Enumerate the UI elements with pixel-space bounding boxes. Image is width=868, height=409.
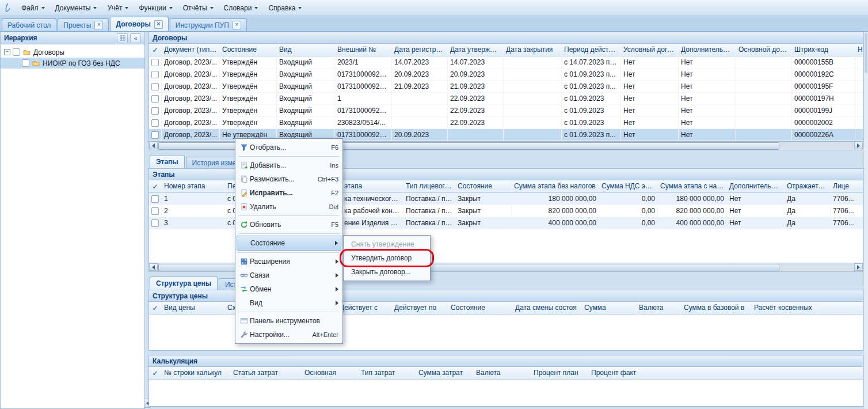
grid-view-icon[interactable] <box>117 33 128 43</box>
row-checkbox[interactable] <box>151 83 159 90</box>
section-tab[interactable]: Структура цены <box>150 277 218 290</box>
context-menu-item[interactable]: Исправить...F2 <box>237 186 341 200</box>
table-row[interactable]: Договор, 2023/...УтверждёнВходящий230823… <box>149 117 863 129</box>
column-header[interactable]: Валюта <box>474 367 531 380</box>
document-tab[interactable]: Рабочий стол <box>2 18 56 31</box>
row-checkbox[interactable] <box>151 95 159 103</box>
menubar-item[interactable]: Справка <box>263 2 307 14</box>
tree-checkbox[interactable] <box>22 59 29 67</box>
scroll-left-button[interactable] <box>149 142 158 149</box>
context-menu-item[interactable]: Размножить...Ctrl+F3 <box>237 172 341 186</box>
column-header[interactable]: Состояние <box>220 44 277 56</box>
check-column-header[interactable]: ✓ <box>149 367 162 380</box>
column-header[interactable]: Вид <box>277 44 335 56</box>
column-header[interactable]: Процент факт <box>589 367 646 380</box>
close-tab-icon[interactable]: × <box>94 21 103 29</box>
column-header[interactable]: Процент план <box>531 367 589 380</box>
column-header[interactable]: Сумма в базовой в <box>682 302 752 315</box>
column-header[interactable]: Дата регистрации <box>392 44 448 56</box>
close-tab-icon[interactable]: × <box>233 21 241 29</box>
row-checkbox[interactable] <box>151 207 159 215</box>
menubar-item[interactable]: Функции <box>134 2 177 14</box>
table-row[interactable]: Договор, 2023/...УтверждёнВходящий2023/1… <box>149 56 863 69</box>
scroll-left-button[interactable] <box>149 263 158 271</box>
scroll-right-button[interactable] <box>854 142 863 149</box>
column-header[interactable]: Состояние <box>455 180 512 193</box>
column-header[interactable]: Расчёт косвенных <box>752 302 818 315</box>
check-column-header[interactable]: ✓ <box>149 302 162 315</box>
check-column-header[interactable]: ✓ <box>149 44 162 56</box>
tree-node[interactable]: −Договоры <box>1 47 144 58</box>
table-row[interactable]: Договор, 2023/...УтверждёнВходящий122.09… <box>149 93 863 105</box>
tree-expander-icon[interactable]: − <box>4 49 10 55</box>
row-checkbox[interactable] <box>151 71 159 78</box>
collapse-panel-icon[interactable]: « <box>130 33 141 43</box>
check-column-header[interactable]: ✓ <box>149 180 162 193</box>
row-checkbox[interactable] <box>151 219 159 227</box>
column-header[interactable]: Действует по <box>392 302 448 315</box>
column-header[interactable]: Сумма затрат <box>416 367 474 380</box>
context-menu-item[interactable]: Связи <box>237 268 341 282</box>
column-header[interactable]: Штрих-код <box>792 44 855 56</box>
column-header[interactable]: Сумма НДС этапа <box>599 180 658 193</box>
column-header[interactable]: Статья затрат <box>231 367 302 380</box>
scrollbar-thumb[interactable] <box>865 33 867 73</box>
column-header[interactable]: Дата закрытия <box>504 44 562 56</box>
row-checkbox[interactable] <box>151 107 159 115</box>
table-row[interactable]: Договор, 2023/...УтверждёнВходящий017310… <box>149 105 863 117</box>
context-menu-item[interactable]: УдалитьDel <box>237 200 341 214</box>
context-menu-item[interactable]: Добавить...Ins <box>237 158 341 172</box>
column-header[interactable]: Дата смены состоя <box>513 302 582 315</box>
menubar-item[interactable]: Отчёты <box>178 2 219 14</box>
column-header[interactable]: Основной договор <box>736 44 792 56</box>
column-header[interactable]: Тип лицевого счёт <box>403 180 455 193</box>
context-menu-item[interactable]: Отобрать...F6 <box>237 141 341 154</box>
column-header[interactable]: Валюта <box>637 302 682 315</box>
submenu-item[interactable]: Закрыть договор... <box>345 265 429 279</box>
menubar-item[interactable]: Документы <box>50 2 102 14</box>
table-row[interactable]: Договор, 2023/...УтверждёнВходящий017310… <box>149 69 863 81</box>
row-checkbox[interactable] <box>151 119 159 127</box>
column-header[interactable]: Состояние <box>448 302 513 315</box>
column-header[interactable]: Лице <box>831 180 863 193</box>
column-header[interactable]: Нало <box>855 44 863 56</box>
column-header[interactable]: Тип затрат <box>359 367 416 380</box>
annotated-menu-item[interactable]: Утвердить договор <box>345 251 429 265</box>
table-row[interactable]: Договор, 2023/...УтверждёнВходящий017310… <box>149 81 863 93</box>
context-menu-item[interactable]: Состояние <box>237 236 341 251</box>
column-header[interactable]: Дата утверждения <box>448 44 504 56</box>
row-checkbox[interactable] <box>151 195 159 203</box>
column-header[interactable]: Сумма этапа без налогов <box>512 180 599 193</box>
main-vscrollbar[interactable] <box>863 32 868 409</box>
column-header[interactable]: Дополнительное с <box>679 44 736 56</box>
tree-checkbox[interactable] <box>13 48 20 56</box>
document-tab[interactable]: Инструкции ПУП× <box>170 18 247 31</box>
context-menu-item[interactable]: Обмен <box>237 282 341 296</box>
context-menu-item[interactable]: Расширения <box>237 255 341 268</box>
column-header[interactable]: Основная <box>302 367 359 380</box>
menubar-item[interactable]: Учёт <box>102 2 134 14</box>
document-tab[interactable]: Договоры× <box>110 17 168 31</box>
column-header[interactable]: Вид цены <box>162 302 225 315</box>
document-tab[interactable]: Проекты× <box>58 18 109 31</box>
column-header[interactable]: Сумма этапа с налогами <box>658 180 727 193</box>
context-menu-item[interactable]: Панель инструментов <box>237 314 341 328</box>
column-header[interactable]: Дополнительное с <box>727 180 785 193</box>
column-header[interactable]: Условный договор <box>621 44 679 56</box>
section-tab[interactable]: Этапы <box>150 155 185 168</box>
context-menu-item[interactable]: ОбновитьF5 <box>237 218 341 232</box>
column-header[interactable]: Отражается на су <box>785 180 831 193</box>
column-header[interactable]: Внешний № <box>335 44 392 56</box>
column-header[interactable]: Документ (тип, № <box>162 44 220 56</box>
column-header[interactable]: Действует с <box>337 302 392 315</box>
menubar-item[interactable]: Файл <box>16 2 50 14</box>
tree-node[interactable]: НИОКР по ГОЗ без НДС <box>1 58 144 69</box>
column-header[interactable]: Период действия <box>562 44 621 56</box>
column-header[interactable]: Сумма <box>582 302 637 315</box>
row-checkbox[interactable] <box>151 59 159 66</box>
column-header[interactable]: этапа <box>342 180 403 193</box>
menubar-item[interactable]: Словари <box>219 2 264 14</box>
close-tab-icon[interactable]: × <box>154 20 163 29</box>
column-header[interactable]: № строки калькул <box>162 367 231 380</box>
scroll-right-button[interactable] <box>854 263 863 271</box>
